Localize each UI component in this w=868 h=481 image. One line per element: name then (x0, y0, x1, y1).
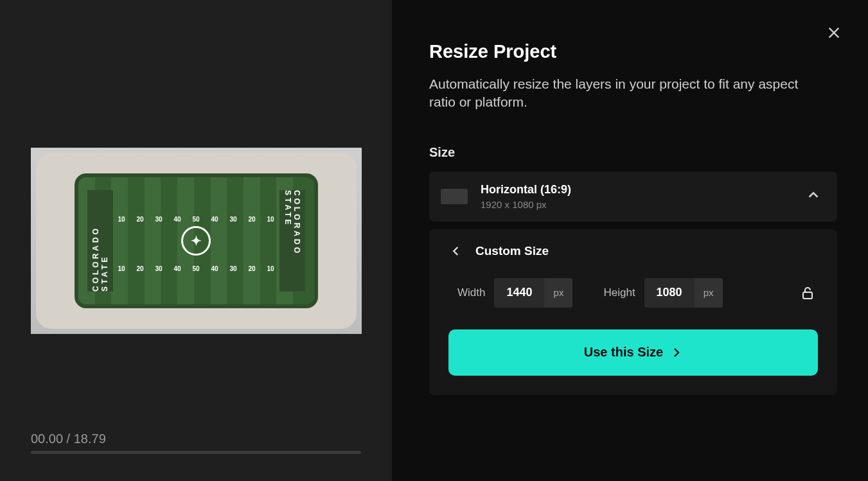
close-button[interactable] (823, 22, 845, 44)
custom-size-heading: Custom Size (475, 244, 549, 258)
chevron-left-icon (450, 245, 462, 257)
size-section-label: Size (429, 145, 837, 160)
preset-thumbnail-icon (441, 189, 468, 204)
use-size-label: Use this Size (584, 345, 663, 360)
preset-name: Horizontal (16:9) (481, 183, 793, 197)
preset-dimensions: 1920 x 1080 px (481, 199, 793, 210)
custom-size-card: Custom Size Width px Height px (429, 229, 837, 395)
yard-numbers-bottom: 102030405040302010 (118, 265, 274, 272)
back-button[interactable] (448, 243, 464, 259)
chevron-up-icon (806, 188, 820, 205)
scrub-bar[interactable] (31, 451, 361, 454)
svg-rect-0 (803, 292, 812, 299)
size-preset-dropdown[interactable]: Horizontal (16:9) 1920 x 1080 px (429, 171, 837, 222)
width-input[interactable] (494, 278, 544, 308)
aspect-lock-toggle[interactable] (797, 283, 818, 303)
height-input[interactable] (644, 278, 695, 308)
unlock-icon (800, 285, 815, 301)
width-unit: px (544, 278, 572, 308)
close-icon (827, 26, 841, 40)
video-preview[interactable]: COLORADO STATE COLORADO STATE ✦ 10203040… (31, 148, 362, 334)
width-label: Width (457, 286, 485, 299)
midfield-logo: ✦ (181, 226, 211, 256)
preview-area: COLORADO STATE COLORADO STATE ✦ 10203040… (0, 0, 392, 481)
endzone-right-text: COLORADO STATE (283, 190, 301, 292)
total-time: 18.79 (74, 432, 106, 446)
current-time: 00.00 (31, 432, 63, 446)
height-label: Height (603, 286, 635, 299)
editor-left-pane: COLORADO STATE COLORADO STATE ✦ 10203040… (0, 0, 392, 481)
height-unit: px (695, 278, 723, 308)
use-size-button[interactable]: Use this Size (448, 329, 818, 376)
chevron-right-icon (671, 347, 682, 358)
resize-panel: Resize Project Automatically resize the … (392, 0, 868, 481)
panel-title: Resize Project (429, 41, 837, 62)
endzone-left-text: COLORADO STATE (91, 190, 109, 292)
playback-time: 00.00 / 18.79 (31, 432, 106, 446)
yard-numbers-top: 102030405040302010 (118, 216, 274, 223)
panel-subtitle: Automatically resize the layers in your … (429, 75, 821, 112)
